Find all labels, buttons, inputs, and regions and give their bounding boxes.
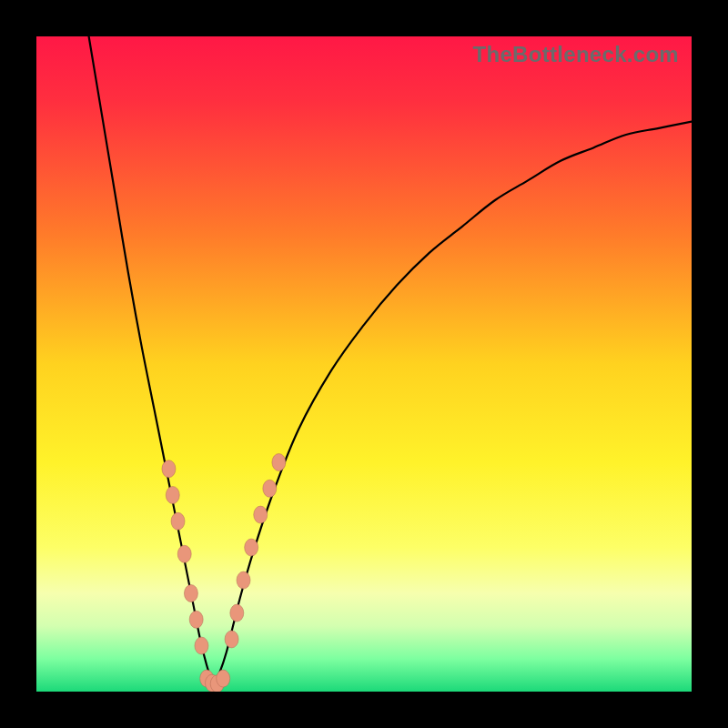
data-dot [189, 611, 203, 628]
data-dot [166, 487, 179, 504]
chart-frame: TheBottleneck.com [0, 0, 728, 728]
plot-area: TheBottleneck.com [36, 36, 692, 692]
data-dot [162, 460, 176, 478]
data-dot [177, 545, 191, 562]
curve-right-branch [213, 122, 692, 685]
data-dot [272, 454, 286, 471]
data-dot [171, 512, 185, 530]
data-dot [263, 480, 277, 497]
data-dot [230, 604, 244, 622]
data-dot [225, 631, 238, 648]
data-dot [195, 637, 208, 654]
data-dot [254, 506, 268, 523]
watermark-text: TheBottleneck.com [473, 42, 679, 67]
data-dot [237, 571, 250, 589]
data-dots [162, 454, 286, 693]
data-dot [217, 670, 230, 687]
curve-layer [36, 36, 692, 692]
data-dot [245, 539, 258, 556]
data-dot [184, 585, 197, 602]
